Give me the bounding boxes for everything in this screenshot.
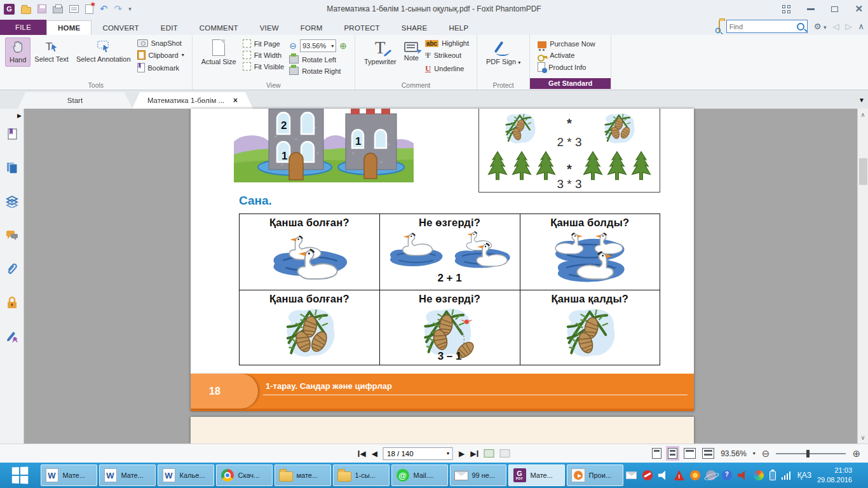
collapse-ribbon-icon[interactable]: ∧ — [858, 22, 864, 31]
tab-list-menu-icon[interactable]: ▼ — [858, 97, 865, 104]
tab-convert[interactable]: CONVERT — [92, 21, 149, 35]
taskbar-item-folder-2[interactable]: 1-сы... — [333, 464, 390, 486]
save-icon[interactable] — [37, 4, 46, 13]
panel-expand-icon[interactable]: ▶ — [17, 112, 22, 119]
tray-mail-icon[interactable] — [626, 471, 637, 479]
language-indicator[interactable]: ҚАЗ — [797, 471, 811, 480]
tab-home[interactable]: HOME — [46, 20, 92, 35]
zoom-out-icon[interactable]: ⊖ — [289, 41, 297, 51]
get-standard-label[interactable]: Get Standard — [530, 78, 611, 89]
tray-planet-icon[interactable] — [706, 470, 716, 480]
search-in-folder-icon[interactable] — [719, 21, 720, 32]
zoom-minus-icon[interactable]: ⊖ — [762, 448, 770, 459]
doc-tab-document[interactable]: Математика 1-бөлім ... × — [132, 92, 253, 109]
taskbar-item-player[interactable]: Прои... — [567, 464, 623, 486]
zoom-plus-icon[interactable]: ⊕ — [852, 448, 860, 459]
hand-tool-button[interactable]: Hand — [5, 37, 31, 67]
scrollbar-thumb[interactable] — [859, 158, 867, 185]
tab-share[interactable]: SHARE — [391, 21, 438, 35]
taskbar-item-word-1[interactable]: WМате... — [41, 464, 97, 486]
continuous-facing-view-icon[interactable] — [702, 448, 714, 459]
single-page-view-icon[interactable] — [652, 448, 661, 459]
first-page-button[interactable]: ◀ — [358, 449, 366, 458]
previous-view-icon[interactable] — [484, 449, 494, 458]
scroll-down-icon[interactable]: ∨ — [858, 434, 868, 441]
history-back-icon[interactable]: ◁ — [832, 22, 839, 31]
bookmarks-panel-icon[interactable] — [6, 128, 18, 140]
tray-warning-icon[interactable]: ! — [674, 470, 684, 480]
zoom-slider-knob[interactable] — [806, 450, 810, 458]
search-icon[interactable] — [797, 23, 804, 30]
rotate-left-button[interactable]: Rotate Left — [289, 55, 347, 64]
zoom-in-icon[interactable]: ⊕ — [339, 41, 347, 51]
product-info-button[interactable]: Product Info — [538, 62, 595, 72]
purchase-now-button[interactable]: Purchase Now — [538, 39, 595, 48]
tray-mailru-icon[interactable] — [642, 470, 653, 480]
rotate-right-button[interactable]: Rotate Right — [289, 67, 347, 75]
fit-width-button[interactable]: Fit Width — [243, 51, 284, 59]
close-tab-icon[interactable]: × — [233, 96, 238, 105]
tray-volume-icon[interactable] — [658, 470, 668, 480]
tab-protect[interactable]: PROTECT — [334, 21, 391, 35]
note-button[interactable]: Note — [400, 37, 423, 64]
page-number-combobox[interactable]: 18 / 140▾ — [383, 447, 453, 460]
fit-page-button[interactable]: Fit Page — [243, 39, 284, 48]
redo-icon[interactable]: ↷ — [114, 3, 123, 15]
taskbar-item-mailru[interactable]: @Mail.... — [391, 464, 448, 486]
undo-icon[interactable]: ↶ — [100, 3, 108, 15]
full-screen-icon[interactable] — [782, 5, 790, 13]
tray-network-icon[interactable] — [782, 471, 792, 480]
history-forward-icon[interactable]: ▷ — [845, 22, 851, 31]
security-panel-icon[interactable] — [6, 296, 18, 309]
customize-qat-icon[interactable]: ▾ — [128, 6, 132, 12]
tray-flower-icon[interactable] — [690, 470, 700, 480]
taskbar-item-foxit[interactable]: GPDFМате... — [508, 464, 565, 486]
taskbar-item-mail[interactable]: 99 не... — [450, 464, 506, 486]
signature-panel-icon[interactable] — [6, 330, 18, 342]
taskbar-item-word-2[interactable]: WМате... — [99, 464, 156, 486]
clock[interactable]: 21:03 29.08.2016 — [817, 466, 855, 485]
tab-comment[interactable]: COMMENT — [189, 21, 249, 35]
tab-file[interactable]: FILE — [0, 20, 46, 35]
vertical-scrollbar[interactable]: ∧ ∨ — [857, 109, 868, 444]
comments-panel-icon[interactable] — [6, 229, 18, 241]
email-icon[interactable] — [69, 5, 79, 13]
doc-tab-start[interactable]: Start — [18, 92, 132, 109]
facing-view-icon[interactable] — [684, 448, 696, 459]
snapshot-button[interactable]: SnapShot — [137, 39, 184, 47]
layers-panel-icon[interactable] — [6, 195, 18, 208]
next-page-button[interactable]: ▶ — [459, 449, 465, 458]
tab-edit[interactable]: EDIT — [150, 21, 189, 35]
typewriter-button[interactable]: T Typewriter — [360, 37, 400, 68]
tray-red-volume-icon[interactable] — [738, 470, 748, 480]
previous-page-button[interactable]: ◀ — [372, 449, 377, 458]
taskbar-item-folder-1[interactable]: мате... — [275, 464, 331, 486]
new-document-icon[interactable] — [85, 4, 93, 14]
actual-size-button[interactable]: Actual Size — [198, 37, 240, 68]
select-text-button[interactable]: T Select Text — [31, 37, 72, 65]
start-button[interactable] — [0, 463, 39, 488]
taskbar-item-chrome[interactable]: Скач... — [216, 464, 273, 486]
gear-icon[interactable]: ⚙ ▾ — [814, 22, 827, 31]
tray-battery-icon[interactable] — [770, 471, 776, 480]
zoom-percent[interactable]: 93.56% — [721, 449, 747, 458]
print-icon[interactable] — [53, 6, 63, 13]
highlight-button[interactable]: abcHighlight — [425, 39, 469, 47]
next-view-icon[interactable] — [499, 449, 510, 458]
strikeout-button[interactable]: TStrikeout — [425, 50, 469, 60]
pdf-sign-button[interactable]: PDF Sign ▾ — [482, 37, 524, 68]
zoom-slider[interactable] — [776, 453, 846, 454]
attachments-panel-icon[interactable] — [6, 262, 18, 275]
activate-button[interactable]: Activate — [538, 51, 595, 59]
zoom-percent-caret-icon[interactable]: ▾ — [753, 451, 756, 456]
underline-button[interactable]: UUnderline — [425, 64, 469, 74]
minimize-button[interactable] — [807, 8, 815, 10]
scroll-up-icon[interactable]: ∧ — [858, 111, 868, 118]
last-page-button[interactable]: ▶ — [470, 449, 478, 458]
foxit-logo-icon[interactable]: G — [4, 4, 15, 15]
restore-button[interactable] — [831, 6, 838, 12]
bookmark-button[interactable]: Bookmark — [137, 63, 184, 72]
open-file-icon[interactable] — [21, 7, 31, 14]
tab-form[interactable]: FORM — [290, 21, 334, 35]
taskbar-item-word-3[interactable]: WКалье... — [158, 464, 214, 486]
